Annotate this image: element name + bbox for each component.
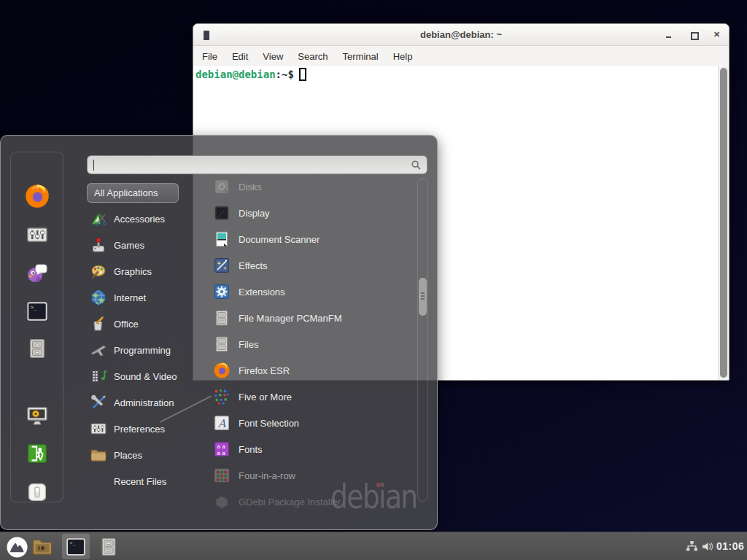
taskbar-files-launcher[interactable] bbox=[97, 535, 120, 559]
terminal-menu-search[interactable]: Search bbox=[290, 48, 335, 65]
folder-launcher-icon bbox=[31, 536, 53, 558]
category-label: Administration bbox=[114, 397, 174, 408]
four-in-a-row-icon bbox=[213, 467, 231, 484]
taskbar: >_ 01:06 bbox=[0, 532, 747, 560]
favorite-file-manager-button[interactable] bbox=[23, 334, 52, 363]
favorite-pidgin-button[interactable] bbox=[23, 259, 52, 288]
taskbar-terminal-button[interactable]: >_ bbox=[62, 534, 90, 559]
favorite-logout-button[interactable] bbox=[23, 439, 52, 468]
app-item-disks[interactable]: Disks bbox=[207, 174, 417, 200]
terminal-icon: >_ bbox=[26, 300, 48, 322]
logout-icon bbox=[26, 443, 48, 464]
app-item-label: Effects bbox=[239, 260, 268, 271]
favorites-sidebar: >_ bbox=[10, 152, 63, 502]
terminal-menu-view[interactable]: View bbox=[255, 48, 290, 65]
category-recent-files[interactable]: Recent Files bbox=[87, 468, 196, 494]
terminal-menubar: FileEditViewSearchTerminalHelp bbox=[193, 46, 729, 66]
terminal-menu-edit[interactable]: Edit bbox=[225, 48, 255, 65]
category-programming[interactable]: Programming bbox=[87, 337, 196, 363]
application-list: DisksDisplayDocument ScannerEffectsExten… bbox=[207, 174, 417, 515]
pidgin-icon bbox=[26, 262, 49, 285]
terminal-cursor bbox=[299, 68, 306, 81]
taskbar-menu-button[interactable] bbox=[5, 535, 28, 559]
app-item-four-in-a-row[interactable]: Four-in-a-row bbox=[207, 462, 417, 489]
app-item-five-or-more[interactable]: Five or More bbox=[207, 384, 417, 410]
category-sound-video[interactable]: Sound & Video bbox=[87, 363, 196, 389]
svg-text:a a: a a bbox=[217, 450, 225, 456]
apps-scrollbar[interactable] bbox=[417, 178, 428, 502]
category-label: Office bbox=[114, 319, 139, 330]
category-label: Sound & Video bbox=[114, 371, 177, 382]
display-icon bbox=[213, 204, 231, 222]
app-item-fonts[interactable]: a aa aFonts bbox=[207, 436, 417, 462]
document-scanner-icon bbox=[213, 230, 231, 248]
taskbar-file-manager-launcher[interactable] bbox=[31, 535, 54, 559]
terminal-title: debian@debian: ~ bbox=[193, 29, 729, 40]
favorite-lock-screen-button[interactable] bbox=[23, 401, 52, 430]
app-item-display[interactable]: Display bbox=[207, 200, 417, 226]
category-preferences[interactable]: Preferences bbox=[87, 416, 196, 442]
category-label: Places bbox=[114, 450, 142, 461]
app-item-label: Document Scanner bbox=[239, 234, 320, 245]
terminal-prompt: debian@debian:~$ bbox=[196, 68, 306, 81]
category-accessories[interactable]: Accessories bbox=[87, 206, 196, 232]
search-caret bbox=[93, 160, 94, 171]
close-button[interactable] bbox=[712, 30, 722, 40]
app-item-gdebi-package-installer[interactable]: GDebi Package Installer bbox=[207, 489, 417, 515]
app-item-files[interactable]: Files bbox=[207, 331, 417, 357]
category-games[interactable]: Games bbox=[87, 232, 196, 258]
favorite-control-center-button[interactable] bbox=[23, 220, 52, 249]
app-item-label: Font Selection bbox=[239, 418, 299, 429]
office-icon bbox=[90, 315, 107, 332]
app-item-extensions[interactable]: Extensions bbox=[207, 279, 417, 305]
category-list: AccessoriesGamesGraphicsInternetOfficePr… bbox=[87, 206, 196, 494]
category-graphics[interactable]: Graphics bbox=[87, 258, 196, 284]
terminal-scrollbar-thumb[interactable] bbox=[720, 68, 727, 378]
font-selection-icon: A bbox=[213, 414, 231, 432]
file-cabinet-icon bbox=[26, 338, 48, 359]
favorite-terminal-button[interactable]: >_ bbox=[23, 297, 52, 326]
app-item-font-selection[interactable]: AFont Selection bbox=[207, 410, 417, 436]
category-places[interactable]: Places bbox=[87, 442, 196, 468]
app-item-document-scanner[interactable]: Document Scanner bbox=[207, 226, 417, 252]
desktop: { "desktop": { "watermark": "debian" }, … bbox=[0, 0, 747, 560]
app-item-firefox-esr[interactable]: Firefox ESR bbox=[207, 357, 417, 384]
network-tray-icon[interactable] bbox=[686, 540, 698, 553]
app-item-label: File Manager PCManFM bbox=[239, 313, 342, 324]
prompt-user: debian@debian bbox=[196, 69, 276, 80]
favorite-shutdown-button[interactable] bbox=[23, 478, 52, 507]
file-cabinet-icon bbox=[98, 537, 119, 557]
menu-search-bar[interactable] bbox=[87, 155, 427, 174]
terminal-scrollbar[interactable] bbox=[718, 66, 729, 380]
app-item-effects[interactable]: Effects bbox=[207, 252, 417, 279]
category-label: Games bbox=[114, 240, 144, 251]
menu-search-input[interactable] bbox=[95, 158, 401, 172]
category-office[interactable]: Office bbox=[87, 311, 196, 337]
terminal-menu-file[interactable]: File bbox=[195, 48, 225, 65]
terminal-menu-terminal[interactable]: Terminal bbox=[336, 48, 386, 65]
app-item-file-manager-pcmanfm[interactable]: File Manager PCManFM bbox=[207, 305, 417, 331]
favorite-firefox-button[interactable] bbox=[23, 182, 52, 211]
maximize-button[interactable] bbox=[689, 30, 699, 40]
category-label: Graphics bbox=[114, 266, 152, 277]
terminal-titlebar[interactable]: debian@debian: ~ bbox=[193, 24, 729, 46]
magnifier-icon bbox=[411, 160, 422, 171]
minimize-button[interactable] bbox=[664, 30, 674, 40]
category-internet[interactable]: Internet bbox=[87, 284, 196, 311]
prompt-suffix: :~$ bbox=[276, 69, 294, 80]
category-label: Recent Files bbox=[114, 476, 166, 487]
category-all-applications[interactable]: All Applications bbox=[87, 183, 179, 203]
volume-tray-icon[interactable] bbox=[701, 540, 713, 553]
apps-scrollbar-thumb[interactable] bbox=[419, 278, 427, 316]
svg-text:>_: >_ bbox=[69, 540, 76, 546]
app-item-label: Fonts bbox=[239, 444, 263, 455]
taskbar-clock[interactable]: 01:06 bbox=[716, 540, 744, 552]
extensions-icon bbox=[213, 283, 231, 300]
app-item-label: Disks bbox=[239, 182, 262, 192]
all-applications-label: All Applications bbox=[94, 187, 158, 198]
svg-text:a a: a a bbox=[217, 443, 225, 450]
graphics-icon bbox=[90, 262, 107, 280]
terminal-menu-help[interactable]: Help bbox=[386, 48, 420, 65]
svg-text:>_: >_ bbox=[31, 304, 38, 311]
programming-icon bbox=[90, 341, 107, 359]
